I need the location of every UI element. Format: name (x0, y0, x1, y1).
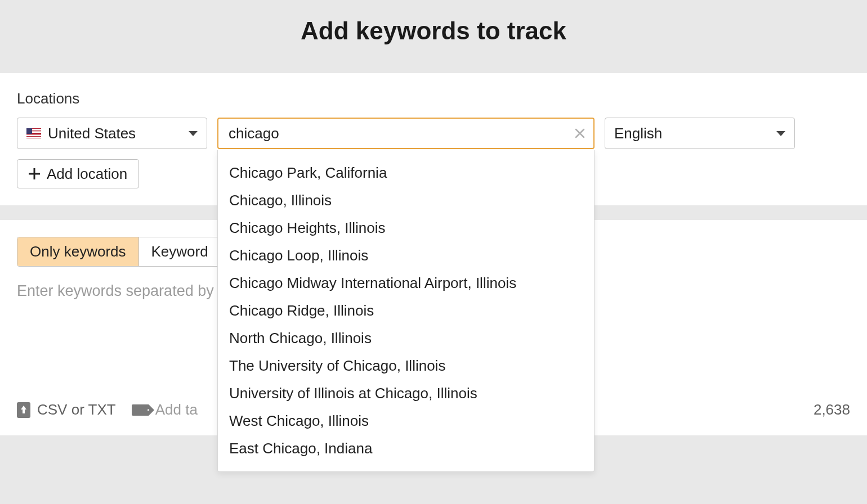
tag-icon (132, 404, 149, 416)
locations-label: Locations (17, 90, 850, 107)
upload-icon (17, 402, 30, 418)
suggestion-item[interactable]: Chicago Heights, Illinois (218, 214, 594, 242)
suggestion-item[interactable]: East Chicago, Indiana (218, 435, 594, 462)
suggestion-item[interactable]: West Chicago, Illinois (218, 407, 594, 435)
suggestion-item[interactable]: North Chicago, Illinois (218, 325, 594, 352)
add-location-button[interactable]: Add location (17, 159, 139, 188)
chevron-down-icon (776, 131, 785, 136)
tag-text: Add ta (155, 401, 198, 418)
page-title: Add keywords to track (0, 17, 867, 45)
suggestion-item[interactable]: Chicago Ridge, Illinois (218, 297, 594, 325)
location-search-wrapper (217, 118, 595, 149)
suggestion-item[interactable]: Chicago Loop, Illinois (218, 242, 594, 269)
suggestion-item[interactable]: The University of Chicago, Illinois (218, 352, 594, 380)
close-icon (574, 128, 586, 139)
header-area: Add keywords to track (0, 0, 867, 73)
clear-button[interactable] (573, 127, 587, 140)
upload-text: CSV or TXT (37, 401, 116, 418)
keyword-count: 2,638 (814, 401, 850, 418)
chevron-down-icon (189, 131, 198, 136)
keyword-placeholder: Enter keywords separated by (17, 282, 214, 299)
us-flag-icon (26, 128, 41, 138)
tabs-row: Only keywords Keyword (17, 237, 221, 267)
tab-only-keywords[interactable]: Only keywords (17, 237, 138, 266)
locations-row: United States English Chicago Park, Cali… (17, 118, 850, 149)
suggestion-item[interactable]: University of Illinois at Chicago, Illin… (218, 380, 594, 407)
language-text: English (614, 125, 776, 142)
plus-icon (29, 168, 40, 179)
add-location-text: Add location (47, 165, 127, 183)
upload-button[interactable]: CSV or TXT (17, 401, 116, 418)
suggestion-item[interactable]: Chicago, Illinois (218, 187, 594, 214)
suggestion-item[interactable]: Chicago Midway International Airport, Il… (218, 269, 594, 297)
location-suggestions-dropdown: Chicago Park, California Chicago, Illino… (217, 150, 595, 472)
location-search-input[interactable] (217, 118, 595, 149)
country-text: United States (48, 125, 189, 142)
suggestion-item[interactable]: Chicago Park, California (218, 159, 594, 187)
add-tag-button[interactable]: Add ta (132, 401, 198, 418)
tab-keyword[interactable]: Keyword (138, 237, 221, 266)
language-select[interactable]: English (605, 118, 795, 149)
country-select[interactable]: United States (17, 118, 207, 149)
locations-panel: Locations United States English Chicago … (0, 73, 867, 205)
